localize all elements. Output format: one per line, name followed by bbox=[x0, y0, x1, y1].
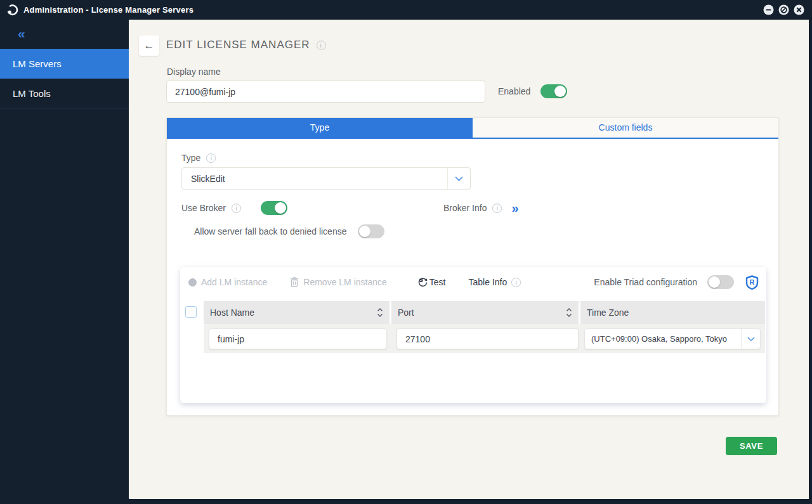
sidebar-item-lm-tools[interactable]: LM Tools bbox=[0, 79, 129, 108]
triad-group: Enable Triad configuration bbox=[594, 275, 734, 289]
time-zone-value: (UTC+09:00) Osaka, Sapporo, Tokyo bbox=[585, 334, 741, 344]
sidebar-item-lm-servers[interactable]: LM Servers bbox=[0, 49, 129, 79]
robot-shield-icon[interactable]: R bbox=[745, 275, 759, 290]
use-broker-info-icon[interactable]: i bbox=[232, 204, 241, 213]
page-title-info-icon[interactable]: i bbox=[317, 41, 326, 50]
remove-lm-instance-button[interactable]: Remove LM instance bbox=[290, 277, 387, 287]
chevron-down-icon bbox=[447, 168, 470, 189]
tab-type[interactable]: Type bbox=[167, 118, 473, 138]
titlebar: Administration - License Manager Servers bbox=[0, 0, 812, 20]
remove-lm-instance-label: Remove LM instance bbox=[303, 277, 387, 287]
sidebar: « LM Servers LM Tools bbox=[0, 20, 129, 504]
table-toolbar: Add LM instance Remove LM instance bbox=[180, 273, 766, 291]
tab-custom-fields[interactable]: Custom fields bbox=[473, 118, 778, 138]
column-header-port[interactable]: Port bbox=[391, 301, 579, 324]
column-header-host-name[interactable]: Host Name bbox=[204, 301, 390, 324]
time-zone-dropdown[interactable]: (UTC+09:00) Osaka, Sapporo, Tokyo bbox=[584, 328, 761, 349]
tab-bar: Type Custom fields bbox=[167, 118, 778, 139]
chevron-down-icon bbox=[741, 329, 760, 349]
use-broker-group: Use Broker i bbox=[181, 201, 287, 215]
triad-label: Enable Triad configuration bbox=[594, 277, 697, 287]
sidebar-item-label: LM Tools bbox=[13, 88, 51, 99]
add-lm-instance-label: Add LM instance bbox=[201, 277, 267, 287]
type-dropdown[interactable]: SlickEdit bbox=[181, 167, 471, 190]
save-button[interactable]: SAVE bbox=[726, 437, 777, 455]
column-label: Host Name bbox=[210, 307, 377, 318]
test-button[interactable]: Test bbox=[417, 277, 446, 288]
app-logo-icon bbox=[6, 4, 19, 16]
main-content: ← EDIT LICENSE MANAGER i Display name 27… bbox=[129, 20, 809, 499]
sort-icon[interactable] bbox=[377, 308, 383, 317]
test-label: Test bbox=[429, 277, 446, 287]
table-header: Host Name Port Time Zone bbox=[204, 301, 765, 324]
display-name-value: 27100@fumi-jp bbox=[175, 87, 235, 97]
type-dropdown-value: SlickEdit bbox=[182, 174, 447, 184]
tab-label: Type bbox=[310, 122, 329, 132]
type-label-row: Type i bbox=[181, 153, 216, 163]
display-name-field[interactable]: 27100@fumi-jp bbox=[166, 81, 485, 103]
add-lm-instance-button[interactable]: Add LM instance bbox=[188, 277, 267, 287]
use-broker-toggle[interactable] bbox=[261, 201, 287, 215]
sidebar-item-label: LM Servers bbox=[13, 58, 62, 69]
window-title: Administration - License Manager Servers bbox=[23, 5, 193, 15]
table-info-info-icon[interactable]: i bbox=[511, 278, 521, 287]
table-info-label: Table Info bbox=[469, 277, 508, 287]
type-info-icon[interactable]: i bbox=[206, 153, 216, 163]
lm-instances-panel: Add LM instance Remove LM instance bbox=[180, 267, 766, 403]
close-icon[interactable] bbox=[794, 4, 804, 15]
host-name-field[interactable]: fumi-jp bbox=[209, 328, 387, 349]
block-icon[interactable] bbox=[778, 4, 789, 15]
triad-toggle[interactable] bbox=[707, 275, 734, 289]
table-info-button[interactable]: Table Info i bbox=[469, 277, 521, 287]
enabled-row: Enabled bbox=[498, 84, 567, 98]
port-field[interactable]: 27100 bbox=[396, 328, 579, 349]
enabled-label: Enabled bbox=[498, 86, 530, 96]
port-value: 27100 bbox=[405, 334, 430, 344]
column-label: Port bbox=[398, 307, 566, 318]
use-broker-label: Use Broker bbox=[181, 203, 226, 213]
trash-icon bbox=[290, 277, 299, 287]
back-button[interactable]: ← bbox=[139, 36, 159, 56]
display-name-label: Display name bbox=[167, 67, 221, 77]
broker-info-info-icon[interactable]: i bbox=[492, 204, 502, 213]
broker-info-group: Broker Info i » bbox=[443, 202, 519, 214]
add-icon bbox=[188, 278, 197, 287]
minimize-icon[interactable] bbox=[763, 4, 774, 15]
sort-icon[interactable] bbox=[566, 308, 572, 317]
tab-label: Custom fields bbox=[599, 122, 653, 132]
page-title: EDIT LICENSE MANAGER i bbox=[166, 39, 326, 51]
select-all-checkbox[interactable] bbox=[185, 306, 197, 318]
page-title-text: EDIT LICENSE MANAGER bbox=[166, 39, 310, 51]
column-label: Time Zone bbox=[587, 307, 759, 318]
broker-row: Use Broker i Broker Info i » bbox=[181, 200, 765, 216]
fallback-label: Allow server fall back to denied license bbox=[194, 226, 346, 236]
window-controls bbox=[763, 4, 804, 15]
enabled-toggle[interactable] bbox=[540, 84, 567, 98]
test-icon bbox=[417, 277, 428, 288]
broker-info-label: Broker Info bbox=[443, 203, 487, 213]
edit-card: Type Custom fields Type i SlickEdit Use … bbox=[166, 117, 779, 416]
fallback-toggle[interactable] bbox=[358, 224, 384, 238]
type-label: Type bbox=[181, 153, 200, 163]
fallback-row: Allow server fall back to denied license bbox=[194, 224, 384, 238]
host-name-value: fumi-jp bbox=[218, 334, 244, 344]
column-header-time-zone[interactable]: Time Zone bbox=[580, 301, 765, 324]
broker-info-expand-icon[interactable]: » bbox=[511, 202, 518, 214]
sidebar-collapse-icon[interactable]: « bbox=[0, 20, 129, 49]
svg-text:R: R bbox=[750, 278, 755, 286]
